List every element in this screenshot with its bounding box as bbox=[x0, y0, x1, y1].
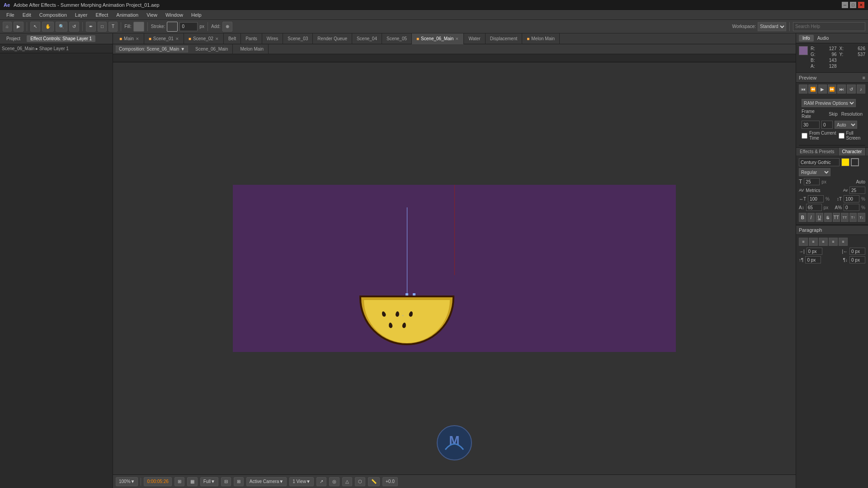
tracking-input[interactable]: 25 bbox=[849, 187, 865, 194]
italic-button[interactable]: I bbox=[807, 213, 815, 222]
loop-button[interactable]: ↺ bbox=[847, 84, 855, 94]
view-layout-dropdown[interactable]: 1 View ▼ bbox=[289, 477, 314, 486]
tab-audio[interactable]: Audio bbox=[814, 35, 833, 42]
comp-tab-scene03[interactable]: Scene_03 bbox=[283, 33, 313, 44]
superscript-button[interactable]: T↑ bbox=[849, 213, 857, 222]
tab-effect-controls[interactable]: Effect Controls: Shape Layer 1 bbox=[27, 35, 95, 42]
ruler-button[interactable]: 📏 bbox=[368, 477, 380, 486]
tab-info[interactable]: Info bbox=[799, 35, 814, 42]
audio-button[interactable]: ♪ bbox=[857, 84, 865, 94]
comp-tab-displacement[interactable]: Displacement bbox=[486, 33, 523, 44]
menu-effect[interactable]: Effect bbox=[92, 11, 112, 19]
viewer-zoom-dropdown[interactable]: 100% ▼ bbox=[116, 477, 138, 486]
time-offset[interactable]: +0.0 bbox=[382, 477, 398, 486]
comp-tab-scene01[interactable]: ■ Scene_01 ✕ bbox=[144, 33, 184, 44]
comp-tab-wires[interactable]: Wires bbox=[262, 33, 283, 44]
3d-button[interactable]: ⬡ bbox=[355, 477, 365, 486]
mask-button[interactable]: △ bbox=[342, 477, 352, 486]
font-style-dropdown[interactable]: Regular bbox=[799, 168, 830, 176]
small-caps-button[interactable]: TT bbox=[841, 213, 849, 222]
tsume-input[interactable]: 0 bbox=[844, 204, 859, 211]
align-center-button[interactable]: ≡ bbox=[809, 238, 818, 246]
align-left-button[interactable]: ≡ bbox=[799, 238, 808, 246]
toolbar-new-comp[interactable]: ▶ bbox=[14, 22, 24, 32]
underline-button[interactable]: U bbox=[816, 213, 823, 222]
comp-tab-melon-main[interactable]: ■ Melon Main bbox=[522, 33, 560, 44]
step-forward-button[interactable]: ⏩ bbox=[828, 84, 836, 94]
color-swatch[interactable] bbox=[799, 46, 808, 55]
rotate-tool[interactable]: ↺ bbox=[69, 22, 79, 32]
skip-input[interactable]: 0 bbox=[821, 121, 833, 129]
fill-color[interactable] bbox=[133, 22, 144, 32]
pen-tool[interactable]: ✒ bbox=[86, 22, 96, 32]
hand-tool[interactable]: ✋ bbox=[42, 22, 54, 32]
menu-view[interactable]: View bbox=[143, 11, 161, 19]
transfer-button[interactable]: ↗ bbox=[316, 477, 326, 486]
play-button[interactable]: ▶ bbox=[818, 84, 827, 94]
font-size-input[interactable]: 25 bbox=[804, 178, 820, 185]
viewer-sub-scene06[interactable]: Scene_06_Main bbox=[191, 44, 233, 55]
comp-tab-scene05[interactable]: Scene_05 bbox=[382, 33, 412, 44]
composition-canvas[interactable]: + M bbox=[113, 62, 796, 474]
space-before-input[interactable] bbox=[805, 256, 821, 263]
close-button[interactable]: ✕ bbox=[858, 2, 864, 8]
shape-tool[interactable]: □ bbox=[98, 22, 107, 32]
step-back-button[interactable]: ⏪ bbox=[808, 84, 817, 94]
tab-effects-presets[interactable]: Effects & Presets bbox=[796, 148, 839, 155]
grid-button[interactable]: ⊞ bbox=[234, 477, 244, 486]
stroke-color-box[interactable] bbox=[851, 158, 859, 166]
frame-rate-input[interactable]: 30 bbox=[802, 121, 820, 129]
preview-expand[interactable]: ≡ bbox=[863, 75, 865, 80]
scale-v-input[interactable]: 100 bbox=[844, 195, 859, 202]
all-caps-button[interactable]: TT bbox=[833, 213, 840, 222]
quality-dropdown[interactable]: Full ▼ bbox=[200, 477, 218, 486]
menu-composition[interactable]: Composition bbox=[36, 11, 71, 19]
justify-button[interactable]: ≡ bbox=[829, 238, 838, 246]
workspace-select[interactable]: Standard bbox=[758, 22, 786, 31]
indent-after-input[interactable] bbox=[849, 248, 865, 255]
text-tool[interactable]: T bbox=[108, 22, 118, 32]
comp-tab-scene06[interactable]: ■ Scene_06_Main ✕ bbox=[412, 33, 464, 44]
comp-tab-belt[interactable]: Belt bbox=[224, 33, 241, 44]
full-screen-checkbox[interactable] bbox=[839, 133, 844, 139]
justify-all-button[interactable]: ≡ bbox=[839, 238, 848, 246]
stroke-width[interactable]: 0 bbox=[179, 22, 198, 31]
from-current-checkbox[interactable] bbox=[802, 133, 807, 139]
strikethrough-button[interactable]: S̶ bbox=[824, 213, 832, 222]
scale-h-input[interactable]: 100 bbox=[808, 195, 824, 202]
add-shape[interactable]: ⊕ bbox=[222, 22, 232, 32]
menu-help[interactable]: Help bbox=[188, 11, 205, 19]
tab-project[interactable]: Project bbox=[3, 35, 24, 42]
font-name-input[interactable]: Century Gothic bbox=[799, 158, 840, 166]
search-help-input[interactable] bbox=[793, 22, 865, 31]
toolbar-home[interactable]: ⌂ bbox=[3, 22, 12, 32]
maximize-button[interactable]: □ bbox=[850, 2, 856, 8]
comp-tab-render-queue[interactable]: Render Queue bbox=[313, 33, 352, 44]
comp-tab-water[interactable]: Water bbox=[464, 33, 485, 44]
subscript-button[interactable]: T↓ bbox=[858, 213, 865, 222]
transparency-button[interactable]: ⊟ bbox=[221, 477, 231, 486]
camera-dropdown[interactable]: Active Camera ▼ bbox=[246, 477, 287, 486]
viewer-comp-dropdown[interactable]: Composition: Scene_06_Main ▼ bbox=[116, 46, 188, 52]
snap-button[interactable]: ⊞ bbox=[175, 477, 184, 486]
viewer-sub-melon[interactable]: Melon Main bbox=[236, 44, 269, 55]
fill-color-box[interactable] bbox=[841, 158, 849, 166]
menu-file[interactable]: File bbox=[3, 11, 18, 19]
indent-before-input[interactable] bbox=[807, 248, 822, 255]
resolution-dropdown[interactable]: Auto bbox=[835, 121, 857, 129]
comp-tab-scene02[interactable]: ■ Scene_02 ✕ bbox=[184, 33, 224, 44]
menu-animation[interactable]: Animation bbox=[113, 11, 142, 19]
bold-button[interactable]: B bbox=[799, 213, 807, 222]
viewer-time[interactable]: 0:00:05:26 bbox=[144, 477, 171, 486]
motion-button[interactable]: ◎ bbox=[329, 477, 340, 486]
comp-tab-scene04[interactable]: Scene_04 bbox=[352, 33, 382, 44]
menu-window[interactable]: Window bbox=[162, 11, 187, 19]
align-right-button[interactable]: ≡ bbox=[819, 238, 828, 246]
ram-preview-dropdown[interactable]: RAM Preview Options bbox=[802, 99, 856, 107]
go-to-start-button[interactable]: ⏮ bbox=[799, 84, 807, 94]
tab-character[interactable]: Character bbox=[839, 148, 866, 155]
minimize-button[interactable]: ─ bbox=[842, 2, 848, 8]
region-button[interactable]: ▦ bbox=[187, 477, 198, 486]
go-to-end-button[interactable]: ⏭ bbox=[837, 84, 846, 94]
space-after-input[interactable] bbox=[849, 256, 865, 263]
